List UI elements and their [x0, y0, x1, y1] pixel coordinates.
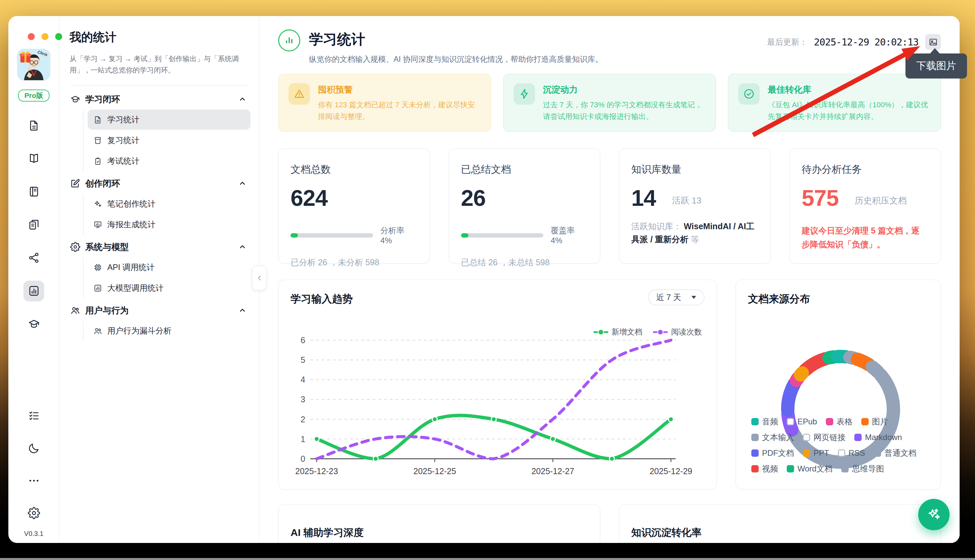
nav-section-items: 笔记创作统计海报生成统计 — [83, 194, 250, 235]
bottom-card-title: 知识沉淀转化率 — [631, 526, 928, 540]
stat-label: 文档总数 — [290, 163, 417, 177]
nav-item-用户行为漏斗分析[interactable]: 用户行为漏斗分析 — [88, 321, 250, 341]
source-legend-item-视频[interactable]: 视频 — [751, 463, 778, 474]
alert-title: 囤积预警 — [318, 84, 481, 95]
stat-value: 26 — [461, 187, 486, 209]
nav-item-考试统计[interactable]: 考试统计 — [88, 151, 250, 171]
source-legend-item-Word文档[interactable]: Word文档 — [787, 463, 833, 474]
users-icon — [70, 305, 80, 315]
nav-item-label: 学习统计 — [107, 114, 139, 125]
rail-icon-slot — [26, 241, 42, 274]
traffic-light-minimize[interactable] — [42, 33, 48, 40]
nav-section-1[interactable]: 学习闭环 — [66, 90, 250, 109]
nav-section-3[interactable]: 系统与模型 — [66, 237, 250, 257]
check-circle-icon — [738, 83, 760, 105]
stat-footnote: 已分析 26 ，未分析 598 — [290, 256, 417, 269]
moon-icon[interactable] — [26, 441, 42, 456]
legend-swatch — [803, 434, 810, 441]
nav-item-label: API 调用统计 — [107, 262, 154, 273]
trend-chart-card: 学习输入趋势 近 7 天 新增文档阅读次数 01234562025-12-232… — [278, 280, 717, 490]
source-legend-item-EPub[interactable]: EPub — [787, 416, 817, 427]
avatar[interactable]: Chris — [17, 49, 50, 80]
progress-label: 分析率 4% — [381, 225, 417, 245]
rail-icon-slot — [26, 109, 42, 142]
source-legend-item-网页链接[interactable]: 网页链接 — [803, 432, 846, 443]
page-subtitle: 纵览你的文档输入规模、AI 协同深度与知识沉淀转化情况，帮助你打造高质量知识库。 — [309, 54, 603, 65]
stat-card-待办分析任务: 待办分析任务575历史积压文档建议今日至少清理 5 篇文档，逐步降低知识「负债」… — [790, 148, 941, 263]
legend-swatch — [787, 465, 794, 472]
legend-label: 思维导图 — [852, 463, 884, 474]
traffic-light-close[interactable] — [28, 33, 35, 40]
legend-label: RSS — [849, 448, 865, 458]
checklist-icon[interactable] — [26, 408, 42, 424]
source-legend-item-文本输入[interactable]: 文本输入 — [751, 432, 794, 443]
rail-top-icons — [23, 109, 44, 340]
rail-bottom-icons — [26, 400, 42, 529]
stat-value-row: 26 — [461, 187, 588, 209]
source-legend-item-Markdown[interactable]: Markdown — [854, 432, 902, 443]
nav-item-API 调用统计[interactable]: API 调用统计 — [88, 257, 250, 277]
download-image-button[interactable] — [925, 34, 941, 50]
chart-circle-icon — [278, 29, 300, 52]
source-legend-item-思维导图[interactable]: 思维导图 — [841, 463, 884, 474]
svg-text:0: 0 — [301, 454, 305, 463]
stat-value: 624 — [290, 187, 327, 209]
legend-label: 文本输入 — [762, 432, 794, 443]
chevron-up-icon — [239, 95, 246, 103]
legend-label: 音频 — [762, 416, 778, 427]
source-legend-item-PPT[interactable]: PPT — [803, 448, 829, 458]
cards-icon[interactable] — [26, 217, 42, 233]
nav-item-大模型调用统计[interactable]: 大模型调用统计 — [88, 278, 250, 298]
sparkles-icon — [93, 200, 102, 208]
source-legend-item-表格[interactable]: 表格 — [826, 416, 853, 427]
nav-section-label: 用户与行为 — [85, 305, 129, 317]
graduation-cap-icon[interactable] — [26, 317, 42, 332]
stat-value: 14 — [631, 187, 656, 209]
nav-item-笔记创作统计[interactable]: 笔记创作统计 — [88, 194, 250, 214]
svg-text:3: 3 — [301, 395, 305, 404]
chevron-up-icon — [239, 243, 246, 251]
last-updated-label: 最后更新： — [767, 37, 807, 47]
source-legend-item-普通文档[interactable]: 普通文档 — [874, 448, 917, 458]
journal-icon[interactable] — [26, 184, 42, 200]
ai-assistant-fab[interactable] — [918, 499, 950, 530]
nav-title: 我的统计 — [70, 29, 250, 45]
nav-item-学习统计[interactable]: 学习统计 — [88, 110, 250, 130]
app-window: Chris Pro版 V0.3.1 我的统计 从「学习 → 复习 → 考试」到「… — [8, 16, 960, 543]
legend-swatch — [841, 465, 849, 472]
share-icon[interactable] — [26, 250, 42, 266]
source-legend-item-RSS[interactable]: RSS — [838, 448, 865, 458]
alert-card-囤积预警: 囤积预警你有 123 篇文档已超过 7 天未分析，建议尽快安排阅读与整理。 — [278, 74, 491, 132]
source-legend-item-音频[interactable]: 音频 — [751, 416, 778, 427]
nav-item-海报生成统计[interactable]: 海报生成统计 — [88, 215, 250, 235]
nav-section-4[interactable]: 用户与行为 — [66, 301, 250, 320]
nav-section-items: 用户行为漏斗分析 — [83, 321, 250, 341]
gear-icon[interactable] — [26, 505, 42, 521]
alert-card-最佳转化库: 最佳转化库《豆包 AI》知识库转化率最高（100%），建议优先复习相关卡片并持续… — [728, 74, 941, 132]
stat-label: 知识库数量 — [631, 163, 758, 177]
ellipsis-icon[interactable] — [26, 473, 42, 488]
source-legend-item-图片[interactable]: 图片 — [861, 416, 888, 427]
stat-value-row: 624 — [290, 187, 417, 209]
nav-section-label: 系统与模型 — [85, 241, 129, 253]
rail-icon-slot — [26, 465, 42, 497]
gift-icon — [17, 49, 33, 65]
source-chart-card: 文档来源分布 音频EPub表格图片文本输入网页链接MarkdownPDF文档PP… — [736, 280, 941, 490]
legend-label: Word文档 — [798, 463, 833, 474]
bar-chart-icon[interactable] — [23, 281, 44, 302]
legend-label: 网页链接 — [813, 432, 846, 443]
legend-swatch — [826, 418, 833, 425]
alert-card-沉淀动力: 沉淀动力过去 7 天，你 73% 的学习文档都没有生成笔记，请尝试用知识卡或海报… — [503, 74, 716, 132]
source-legend-item-PDF文档[interactable]: PDF文档 — [751, 448, 794, 458]
nav-item-复习统计[interactable]: 复习统计 — [88, 130, 250, 150]
svg-text:2025-12-23: 2025-12-23 — [295, 467, 338, 476]
alert-text: 囤积预警你有 123 篇文档已超过 7 天未分析，建议尽快安排阅读与整理。 — [318, 83, 481, 122]
nav-item-label: 大模型调用统计 — [107, 283, 164, 293]
svg-text:2025-12-27: 2025-12-27 — [531, 467, 574, 476]
nav-section-2[interactable]: 创作闭环 — [66, 174, 250, 193]
book-open-icon[interactable] — [26, 151, 42, 167]
stat-value-row: 575历史积压文档 — [802, 187, 929, 209]
sidebar-collapse-handle[interactable] — [252, 266, 267, 290]
file-text-icon[interactable] — [26, 118, 42, 133]
stat-value: 575 — [802, 187, 838, 209]
